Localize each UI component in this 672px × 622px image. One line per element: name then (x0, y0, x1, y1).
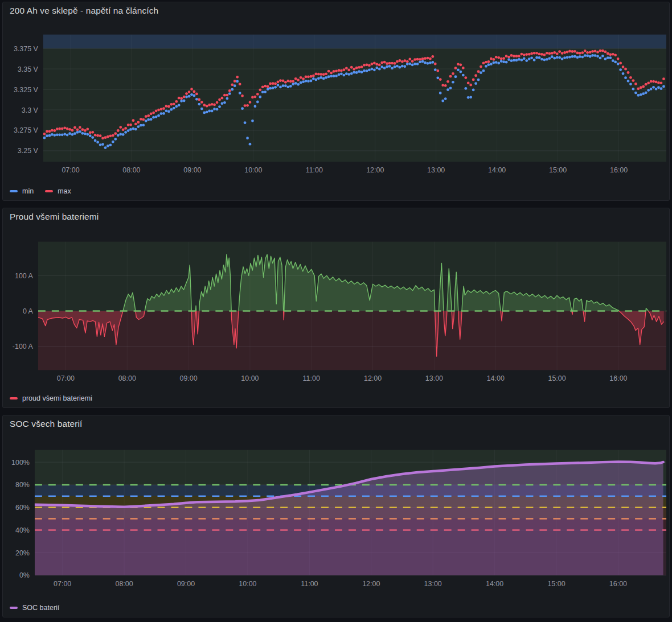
legend-cell-voltage: minmax (10, 187, 71, 195)
svg-text:3.375 V: 3.375 V (14, 45, 39, 53)
svg-text:15:00: 15:00 (548, 374, 566, 382)
svg-text:14:00: 14:00 (487, 374, 505, 382)
svg-text:0%: 0% (19, 571, 30, 579)
svg-text:14:00: 14:00 (486, 580, 503, 588)
svg-text:10:00: 10:00 (244, 166, 262, 174)
legend-item[interactable]: min (10, 187, 34, 195)
svg-text:80%: 80% (15, 481, 30, 489)
panel-soc: SOC všech baterií 0%20%40%60%80%100%07:0… (2, 415, 670, 617)
svg-text:60%: 60% (15, 504, 30, 512)
panel-cell-voltage: 200 Ah ve sklepě - napětí na článcích 3.… (2, 2, 670, 201)
svg-text:07:00: 07:00 (54, 580, 71, 588)
svg-text:20%: 20% (15, 549, 30, 557)
svg-text:12:00: 12:00 (364, 374, 382, 382)
legend-label: proud všemi bateriemi (22, 394, 92, 402)
battery-current-chart[interactable]: -100 A0 A100 A07:0008:0009:0010:0011:001… (3, 208, 669, 407)
svg-text:09:00: 09:00 (179, 374, 197, 382)
svg-text:11:00: 11:00 (303, 374, 320, 382)
svg-text:11:00: 11:00 (301, 580, 318, 588)
legend-label: max (58, 187, 71, 195)
legend-item[interactable]: SOC baterií (10, 604, 59, 612)
legend-soc: SOC baterií (10, 604, 59, 612)
grafana-dashboard: { "page": {"background": "#0f1116", "pan… (0, 0, 672, 622)
svg-text:16:00: 16:00 (609, 374, 627, 382)
legend-label: SOC baterií (22, 604, 59, 612)
svg-text:16:00: 16:00 (609, 580, 627, 588)
panel-title-soc[interactable]: SOC všech baterií (10, 419, 82, 429)
svg-text:15:00: 15:00 (549, 166, 567, 174)
panel-title-cell-voltage[interactable]: 200 Ah ve sklepě - napětí na článcích (10, 6, 158, 16)
svg-text:15:00: 15:00 (547, 580, 565, 588)
legend-swatch (10, 190, 18, 192)
svg-text:12:00: 12:00 (366, 166, 384, 174)
legend-swatch (10, 607, 18, 609)
svg-text:08:00: 08:00 (116, 580, 133, 588)
legend-battery-current: proud všemi bateriemi (10, 394, 92, 402)
svg-text:16:00: 16:00 (610, 166, 628, 174)
svg-text:11:00: 11:00 (306, 166, 323, 174)
svg-text:-100 A: -100 A (13, 343, 34, 351)
soc-chart[interactable]: 0%20%40%60%80%100%07:0008:0009:0010:0011… (3, 415, 669, 617)
svg-text:14:00: 14:00 (488, 166, 506, 174)
svg-text:10:00: 10:00 (239, 580, 256, 588)
svg-text:09:00: 09:00 (177, 580, 195, 588)
svg-text:13:00: 13:00 (424, 580, 442, 588)
svg-text:3.3 V: 3.3 V (22, 106, 39, 114)
svg-text:13:00: 13:00 (425, 374, 443, 382)
legend-swatch (10, 397, 18, 399)
svg-text:08:00: 08:00 (118, 374, 136, 382)
legend-item[interactable]: proud všemi bateriemi (10, 394, 92, 402)
svg-text:3.325 V: 3.325 V (14, 86, 39, 94)
svg-text:12:00: 12:00 (362, 580, 380, 588)
panel-battery-current: Proud všemi bateriemi -100 A0 A100 A07:0… (2, 208, 670, 408)
legend-label: min (22, 187, 34, 195)
svg-text:100 A: 100 A (15, 272, 34, 280)
panel-title-battery-current[interactable]: Proud všemi bateriemi (10, 212, 99, 222)
svg-text:09:00: 09:00 (183, 166, 201, 174)
svg-text:3.35 V: 3.35 V (18, 65, 39, 73)
svg-text:07:00: 07:00 (57, 374, 75, 382)
svg-text:13:00: 13:00 (427, 166, 445, 174)
svg-text:08:00: 08:00 (122, 166, 140, 174)
svg-text:07:00: 07:00 (62, 166, 79, 174)
svg-text:3.25 V: 3.25 V (18, 147, 39, 155)
svg-text:40%: 40% (15, 526, 30, 534)
svg-text:100%: 100% (11, 459, 30, 467)
legend-item[interactable]: max (45, 187, 71, 195)
svg-text:3.275 V: 3.275 V (14, 126, 39, 134)
cell-voltage-chart[interactable]: 3.25 V3.275 V3.3 V3.325 V3.35 V3.375 V07… (3, 2, 669, 200)
legend-swatch (45, 190, 53, 192)
svg-text:0 A: 0 A (23, 307, 34, 315)
svg-text:10:00: 10:00 (241, 374, 259, 382)
